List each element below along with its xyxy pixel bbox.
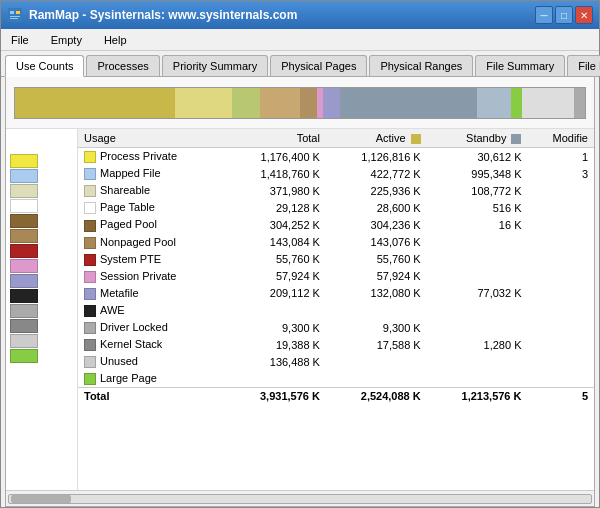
- tab-physical-pages[interactable]: Physical Pages: [270, 55, 367, 76]
- cell-total: 19,388 K: [225, 336, 326, 353]
- tab-processes[interactable]: Processes: [86, 55, 159, 76]
- row-color-block: [84, 322, 96, 334]
- cell-usage-label: Large Page: [78, 370, 225, 388]
- cell-total: 136,488 K: [225, 353, 326, 370]
- color-page-table: [10, 199, 38, 213]
- cell-active: [326, 302, 427, 319]
- cell-total: 209,112 K: [225, 285, 326, 302]
- cell-standby: 16 K: [427, 216, 528, 233]
- table-row: Process Private 1,176,400 K 1,126,816 K …: [78, 148, 594, 166]
- maximize-button[interactable]: □: [555, 6, 573, 24]
- row-color-block: [84, 168, 96, 180]
- cell-usage-label: Session Private: [78, 268, 225, 285]
- menu-file[interactable]: File: [5, 32, 35, 48]
- cell-active: 57,924 K: [326, 268, 427, 285]
- cell-usage-label: Driver Locked: [78, 319, 225, 336]
- table-row: Unused 136,488 K: [78, 353, 594, 370]
- cell-total: 29,128 K: [225, 199, 326, 216]
- header-usage: Usage: [78, 129, 225, 148]
- cell-standby: [427, 302, 528, 319]
- table-row: Shareable 371,980 K 225,936 K 108,772 K: [78, 182, 594, 199]
- cell-total: 57,924 K: [225, 268, 326, 285]
- cell-standby: [427, 319, 528, 336]
- cell-modified: 3: [527, 165, 594, 182]
- row-color-block: [84, 339, 96, 351]
- bar-metafile-standby: [477, 88, 511, 118]
- cell-active: 9,300 K: [326, 319, 427, 336]
- header-total: Total: [225, 129, 326, 148]
- header-standby: Standby: [427, 129, 528, 148]
- color-metafile: [10, 274, 38, 288]
- cell-total-label: Total: [78, 388, 225, 405]
- tab-file-details[interactable]: File Details: [567, 55, 600, 76]
- cell-active: [326, 353, 427, 370]
- cell-usage-label: Page Table: [78, 199, 225, 216]
- cell-active: 422,772 K: [326, 165, 427, 182]
- svg-rect-1: [10, 11, 14, 14]
- tab-physical-ranges[interactable]: Physical Ranges: [369, 55, 473, 76]
- row-color-block: [84, 202, 96, 214]
- color-system-pte: [10, 244, 38, 258]
- cell-total: [225, 302, 326, 319]
- cell-modified: [527, 370, 594, 388]
- color-session-private: [10, 259, 38, 273]
- bar-shareable: [232, 88, 261, 118]
- cell-total-total: 3,931,576 K: [225, 388, 326, 405]
- table-row: Nonpaged Pool 143,084 K 143,076 K: [78, 234, 594, 251]
- tab-use-counts[interactable]: Use Counts: [5, 55, 84, 77]
- table-area[interactable]: Usage Total Active Standby Modifie: [78, 129, 594, 490]
- color-unused: [10, 334, 38, 348]
- bar-large-page: [511, 88, 522, 118]
- cell-total: 304,252 K: [225, 216, 326, 233]
- table-row: Mapped File 1,418,760 K 422,772 K 995,34…: [78, 165, 594, 182]
- svg-rect-2: [16, 11, 20, 14]
- bar-process-private: [15, 88, 175, 118]
- tab-file-summary[interactable]: File Summary: [475, 55, 565, 76]
- color-nonpaged-pool: [10, 229, 38, 243]
- minimize-button[interactable]: ─: [535, 6, 553, 24]
- scrollbar-area[interactable]: [6, 490, 594, 506]
- title-controls: ─ □ ✕: [535, 6, 593, 24]
- cell-usage-label: Paged Pool: [78, 216, 225, 233]
- cell-usage-label: System PTE: [78, 251, 225, 268]
- close-button[interactable]: ✕: [575, 6, 593, 24]
- menu-empty[interactable]: Empty: [45, 32, 88, 48]
- color-process-private: [10, 154, 38, 168]
- svg-rect-0: [8, 8, 22, 22]
- bar-mapped-active: [175, 88, 232, 118]
- table-row: System PTE 55,760 K 55,760 K: [78, 251, 594, 268]
- color-awe: [10, 289, 38, 303]
- cell-modified: [527, 285, 594, 302]
- table-row: Large Page: [78, 370, 594, 388]
- cell-total: 1,176,400 K: [225, 148, 326, 166]
- cell-active: 17,588 K: [326, 336, 427, 353]
- cell-standby: 1,280 K: [427, 336, 528, 353]
- main-window: RamMap - Sysinternals: www.sysinternals.…: [0, 0, 600, 508]
- svg-rect-4: [10, 18, 18, 19]
- scrollbar-thumb[interactable]: [11, 495, 71, 503]
- cell-usage-label: Nonpaged Pool: [78, 234, 225, 251]
- cell-total-modified: 5: [527, 388, 594, 405]
- bar-paged-pool: [260, 88, 300, 118]
- row-color-block: [84, 271, 96, 283]
- cell-standby: 30,612 K: [427, 148, 528, 166]
- color-paged-pool: [10, 214, 38, 228]
- cell-active: 1,126,816 K: [326, 148, 427, 166]
- cell-total: [225, 370, 326, 388]
- bar-mapped-standby: [340, 88, 477, 118]
- cell-usage-label: Unused: [78, 353, 225, 370]
- horizontal-scrollbar[interactable]: [8, 494, 592, 504]
- cell-modified: 1: [527, 148, 594, 166]
- header-active: Active: [326, 129, 427, 148]
- cell-standby: [427, 353, 528, 370]
- cell-modified: [527, 336, 594, 353]
- cell-standby: 77,032 K: [427, 285, 528, 302]
- table-row: AWE: [78, 302, 594, 319]
- menu-help[interactable]: Help: [98, 32, 133, 48]
- header-modified: Modifie: [527, 129, 594, 148]
- tab-priority-summary[interactable]: Priority Summary: [162, 55, 268, 76]
- cell-standby: [427, 268, 528, 285]
- table-header-row: Usage Total Active Standby Modifie: [78, 129, 594, 148]
- cell-active: 304,236 K: [326, 216, 427, 233]
- bar-metafile-active: [323, 88, 340, 118]
